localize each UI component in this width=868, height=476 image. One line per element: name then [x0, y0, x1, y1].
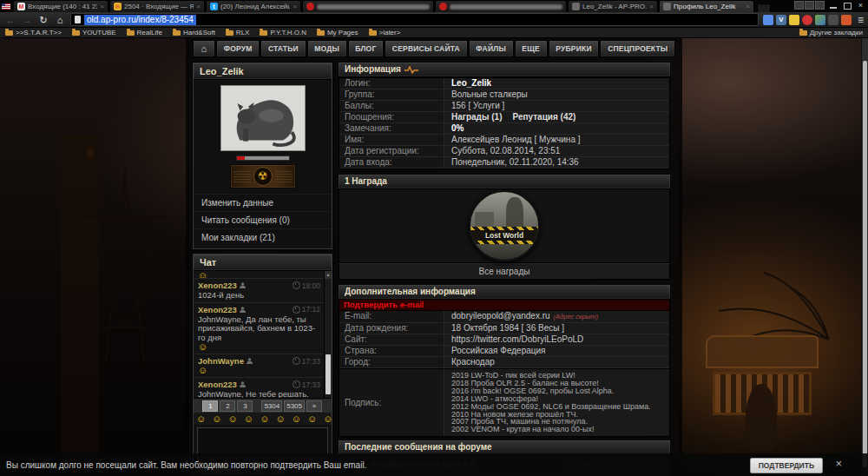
reputation-link[interactable]: Репутация (42) — [513, 112, 576, 122]
tab-gmail[interactable]: M Входящие (140 : 41 231) - × — [13, 0, 108, 12]
minimize-icon[interactable] — [830, 7, 837, 9]
radiation-icon: ☢ — [253, 167, 273, 186]
folder-icon — [369, 30, 377, 36]
tab-close-icon[interactable]: × — [649, 3, 654, 10]
home-icon[interactable]: ⌂ — [54, 14, 66, 26]
bookmark-item[interactable]: My Pages — [317, 29, 358, 36]
background-stalker-figure — [746, 384, 777, 452]
pages-extension-icon[interactable] — [763, 15, 773, 25]
address-url-selected[interactable]: old.ap-pro.ru/index/8-23454 — [84, 15, 196, 25]
tab-profile-active[interactable]: Профиль Leo_Zelik × — [659, 0, 754, 12]
nav-item-forum[interactable]: ФОРУМ — [216, 40, 260, 57]
chat-scrollbar[interactable]: ▲ — [324, 271, 332, 398]
tab-close-icon[interactable]: × — [100, 3, 104, 10]
chat-username[interactable]: Xenon223 — [198, 305, 237, 314]
nav-item-rubrics[interactable]: РУБРИКИ — [549, 40, 600, 57]
nav-item-more[interactable]: ЕЩЕ — [515, 40, 548, 57]
table-row: Дата входа:Понедельник, 02.11.2020, 14:3… — [339, 157, 669, 169]
info-title: Информация — [345, 63, 401, 76]
scroll-up-icon[interactable]: ▲ — [325, 271, 332, 279]
chat-time: 17:33 — [302, 357, 320, 366]
confirm-button[interactable]: ПОДТВЕРДИТЬ — [750, 458, 823, 473]
ap-pro-favicon — [663, 3, 671, 10]
tab-yandex-mail[interactable]: ✉ 2504 · Входящие — Янде × — [109, 0, 205, 12]
tab-close-icon[interactable]: × — [293, 3, 297, 10]
chat-scrollbar-thumb[interactable] — [326, 354, 331, 394]
tab-redacted-1[interactable] — [302, 0, 434, 12]
bookmark-item[interactable]: RLX — [226, 29, 250, 36]
chat-time: 17:12 — [302, 305, 320, 314]
back-icon[interactable]: ← — [4, 14, 16, 26]
nav-home-button[interactable]: ⌂ — [193, 40, 215, 57]
chat-username[interactable]: Xenon223 — [198, 281, 237, 290]
forward-icon[interactable]: → — [21, 14, 33, 26]
page-button[interactable]: 3 — [237, 400, 253, 412]
awards-link[interactable]: Награды (1) — [451, 112, 503, 122]
tab-title: Leo_Zelik - AP-PRO.RU | H — [582, 3, 647, 10]
bookmark-item[interactable]: Hard&Soft — [173, 29, 215, 36]
row-value: 18 Октября 1984 [ 36 Весы ] — [444, 323, 669, 334]
browser-tab-bar: M Входящие (140 : 41 231) - × ✉ 2504 · В… — [0, 0, 868, 12]
services-link[interactable]: 156 [ Услуги ] — [444, 101, 669, 111]
website-link[interactable]: https://twitter.com/DobryiLEoPoLD — [444, 334, 669, 345]
smiley-icon: ☺ — [198, 366, 320, 375]
page-scrollbar-thumb[interactable] — [863, 61, 867, 467]
maximize-icon[interactable] — [844, 3, 852, 10]
page-button[interactable]: 5304 — [261, 400, 282, 412]
row-label: Дата входа: — [339, 157, 444, 168]
tab-redacted-2[interactable] — [435, 0, 567, 12]
chat-username[interactable]: Xenon223 — [198, 380, 237, 389]
nav-item-files[interactable]: ФАЙЛЫ — [469, 40, 514, 57]
page-favicon — [75, 16, 81, 23]
window-close-icon[interactable]: × — [858, 2, 863, 10]
new-tab-button[interactable] — [757, 3, 771, 12]
extra-table: E-mail:dobryileopold@yandex.ru(Адрес скр… — [339, 311, 670, 369]
next-page-icon[interactable]: » — [306, 400, 322, 412]
tab-close-icon[interactable]: × — [196, 3, 201, 10]
notes-extension-icon[interactable] — [789, 15, 799, 25]
photos-extension-icon[interactable] — [815, 15, 825, 25]
chat-message: JohnWayne 17:33 ☺ — [194, 354, 325, 378]
row-label: E-mail: — [339, 311, 444, 322]
bookmark-flag-icon[interactable] — [841, 15, 852, 25]
globe-extension-icon[interactable] — [828, 15, 838, 25]
confirm-email-link[interactable]: Подтвердить e-mail — [339, 300, 670, 311]
bookmark-item[interactable]: >later> — [369, 29, 401, 36]
nav-item-articles[interactable]: СТАТЬИ — [260, 40, 306, 57]
reload-icon[interactable]: ↻ — [37, 14, 49, 26]
nav-item-special[interactable]: СПЕЦПРОЕКТЫ — [600, 40, 675, 57]
read-messages-link[interactable]: Читать сообщения (0) — [194, 211, 332, 228]
address-bar[interactable]: old.ap-pro.ru/index/8-23454 — [70, 13, 759, 26]
other-bookmarks[interactable]: Другие закладки — [799, 29, 863, 36]
row-label: Город: — [339, 357, 444, 367]
bookmark-item[interactable]: P.Y.T.H.O.N — [260, 29, 306, 36]
row-value: Понедельник, 02.11.2020, 14:36 — [444, 157, 669, 168]
email-warning-message: Вы слишком долго не посещали сайт. Вам н… — [0, 460, 366, 470]
folder-icon — [799, 30, 807, 36]
nav-item-blog[interactable]: БЛОГ — [348, 40, 384, 57]
nav-item-mods[interactable]: МОДЫ — [307, 40, 347, 57]
bookmark-item[interactable]: YOUTUBE — [72, 29, 116, 36]
menu-icon[interactable]: ≡ — [858, 14, 864, 26]
close-icon[interactable]: × — [835, 457, 842, 471]
yandex-extension-icon[interactable] — [802, 15, 812, 25]
red-dot-favicon — [306, 3, 314, 10]
tab-twitter[interactable]: t (20) Леонид Алексейцев / × — [206, 0, 301, 12]
vk-extension-icon[interactable]: V — [776, 15, 786, 25]
bookmark-label: >>S.T.A.R.T>> — [16, 29, 62, 36]
page-scrollbar[interactable] — [861, 38, 868, 476]
page-button[interactable]: 5305 — [284, 400, 305, 412]
award-badge[interactable]: Lost World — [469, 190, 540, 261]
edit-profile-link[interactable]: Изменить данные — [194, 194, 332, 211]
bookmark-item[interactable]: RealLife — [127, 29, 162, 36]
all-awards-link[interactable]: Все награды — [339, 263, 670, 280]
my-bookmarks-link[interactable]: Мои закладки (21) — [194, 228, 332, 246]
bookmark-item[interactable]: >>S.T.A.R.T>> — [5, 29, 62, 36]
smiley-palette[interactable]: ☺ ☺ ☺ ☺ ☺ ☺ ☺ ☺ ☺ ☺ ☺ ☺ — [194, 413, 332, 425]
bookmark-label: RealLife — [137, 29, 162, 36]
page-button[interactable]: 2 — [220, 400, 235, 412]
page-button-current[interactable]: 1 — [202, 400, 218, 412]
tab-close-icon[interactable]: × — [746, 3, 750, 10]
nav-item-services[interactable]: СЕРВИСЫ САЙТА — [385, 40, 468, 57]
tab-ap-pro[interactable]: Leo_Zelik - AP-PRO.RU | H × — [568, 0, 658, 12]
